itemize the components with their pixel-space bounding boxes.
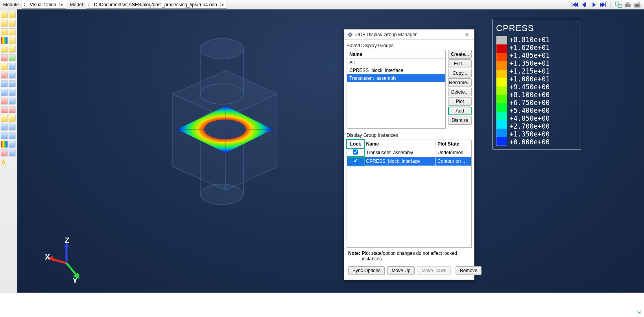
legend-tick: +1.080e+01 (509, 75, 578, 83)
tool-11a[interactable] (1, 98, 8, 105)
close-icon[interactable]: ✕ (463, 31, 471, 38)
tool-12b[interactable] (9, 106, 16, 113)
module-value: Visualization (28, 2, 58, 7)
tool-7a[interactable] (1, 63, 8, 70)
svg-rect-9 (605, 2, 606, 7)
tool-12a[interactable] (1, 106, 8, 113)
svg-marker-3 (582, 2, 585, 7)
tool-3b[interactable] (9, 28, 16, 35)
instance-row[interactable]: Translucent_assemblyUndeformed (347, 148, 471, 157)
dismiss-button[interactable]: Dismiss (448, 116, 472, 125)
tool-1b[interactable] (9, 11, 16, 18)
last-frame-icon[interactable] (600, 1, 607, 8)
tool-8b[interactable] (9, 72, 16, 79)
tool-17b[interactable] (9, 149, 16, 157)
legend-tick: +9.450e+00 (509, 83, 578, 91)
next-frame-icon[interactable] (590, 1, 597, 8)
tool-9a[interactable] (1, 80, 8, 87)
rename-button[interactable]: Rename... (448, 78, 472, 87)
tool-10a[interactable] (1, 89, 8, 96)
copy-button[interactable]: Copy... (448, 69, 472, 77)
axis-z-label: Z (65, 238, 69, 245)
axis-triad: Z X Y (45, 238, 92, 285)
module-select[interactable]: ▲▼ Visualization ▾ (22, 1, 66, 9)
legend-tick: +5.400e+00 (509, 107, 578, 114)
move-up-button[interactable]: Move Up (387, 266, 415, 275)
tool-2b[interactable] (9, 20, 16, 27)
contour-plot-icon[interactable] (1, 37, 8, 44)
tool-14b[interactable] (9, 123, 16, 131)
prev-frame-icon[interactable] (581, 1, 588, 8)
tool-6a[interactable] (1, 54, 8, 61)
tool-1a[interactable] (1, 11, 8, 18)
move-down-button: Move Down (417, 266, 450, 275)
remove-button[interactable]: Remove (456, 266, 482, 275)
tool-5b[interactable] (9, 46, 16, 53)
saved-group-item[interactable]: All (347, 59, 445, 66)
tool-16a[interactable] (1, 141, 8, 148)
instance-row[interactable]: CPRESS_block_interfaceContour on Defo (347, 157, 471, 166)
tool-15a[interactable] (1, 132, 8, 139)
tool-9b[interactable] (9, 80, 16, 87)
instance-name: Translucent_assembly (364, 148, 436, 157)
instance-plotstate: Contour on Defo (436, 157, 471, 166)
camera-icon[interactable] (634, 1, 641, 8)
legend-tick: +6.750e+00 (509, 99, 578, 107)
tool-7b[interactable] (9, 63, 16, 70)
tool-8a[interactable] (1, 72, 8, 79)
saved-groups-label: Saved Display Groups (347, 43, 472, 48)
tool-2a[interactable] (1, 20, 8, 27)
svg-rect-10 (616, 2, 619, 5)
tool-13a[interactable] (1, 115, 8, 122)
first-frame-icon[interactable] (571, 1, 578, 8)
tool-16b[interactable] (9, 141, 16, 148)
tool-17a[interactable] (1, 149, 8, 157)
model-label: Model: (70, 2, 84, 7)
model-path-select[interactable]: ▲▼ D:/Documents/CASES/blog/post_processi… (86, 1, 227, 9)
print-icon[interactable] (624, 1, 631, 8)
lock-checkbox[interactable] (353, 158, 358, 163)
sync-options-button[interactable]: Sync Options (348, 266, 385, 275)
svg-rect-4 (585, 2, 586, 7)
lock-checkbox[interactable] (353, 149, 358, 155)
add-button[interactable]: Add (448, 107, 472, 115)
sync-viewports-icon[interactable] (615, 1, 622, 8)
legend-tick: +1.215e+01 (509, 67, 578, 75)
legend-tick: +1.350e+00 (509, 130, 578, 138)
instances-table[interactable]: Lock Name Plot State Translucent_assembl… (347, 140, 472, 248)
legend-tick: +1.485e+01 (509, 52, 578, 59)
legend-title: CPRESS (496, 23, 578, 33)
probe-icon[interactable] (1, 158, 8, 165)
delete-button[interactable]: Delete... (448, 88, 472, 96)
saved-group-item[interactable]: Translucent_assembly (347, 74, 445, 82)
svg-rect-0 (572, 2, 572, 7)
saved-groups-list[interactable]: Name AllCPRESS_block_interfaceTranslucen… (347, 50, 446, 129)
svg-marker-2 (575, 2, 578, 7)
edit-button[interactable]: Edit... (448, 59, 472, 68)
dialog-title: ODB Display Group Manager (355, 32, 463, 37)
tool-13b[interactable] (9, 115, 16, 122)
dialog-titlebar[interactable]: ODB Display Group Manager ✕ (344, 29, 474, 40)
tool-6b[interactable] (9, 54, 16, 61)
left-toolbox (0, 9, 17, 293)
tool-14a[interactable] (1, 123, 8, 131)
svg-marker-8 (602, 2, 605, 7)
message-area: ⇲ (0, 293, 644, 317)
instance-name: CPRESS_block_interface (364, 157, 436, 166)
svg-marker-1 (573, 2, 576, 7)
plot-button[interactable]: Plot (448, 97, 472, 106)
viewport-3d[interactable]: Z X Y CPRESS +8.810e+01+1.620e+01+1.485e… (17, 9, 644, 293)
tool-4b[interactable] (9, 37, 16, 44)
legend-tick: +0.000e+00 (509, 138, 578, 146)
saved-group-item[interactable]: CPRESS_block_interface (347, 66, 445, 74)
create-button[interactable]: Create... (448, 50, 472, 59)
svg-marker-7 (600, 2, 603, 7)
tool-15b[interactable] (9, 132, 16, 139)
tool-10b[interactable] (9, 89, 16, 96)
tool-5a[interactable] (1, 46, 8, 53)
tool-11b[interactable] (9, 98, 16, 105)
tool-3a[interactable] (1, 28, 8, 35)
saved-groups-header: Name (347, 50, 445, 59)
module-label: Module: (3, 2, 20, 7)
axis-y-label: Y (72, 276, 78, 285)
